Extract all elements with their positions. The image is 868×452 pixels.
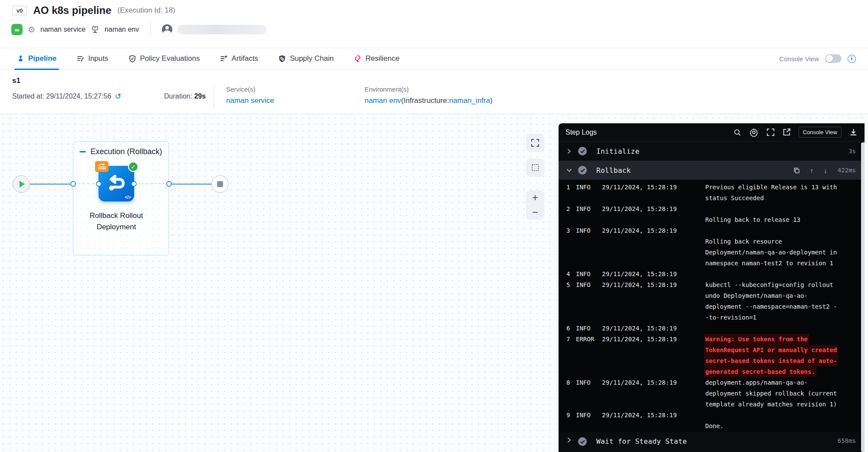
log-message-line: secret-based tokens instead of auto- [705, 356, 865, 366]
log-level: INFO [576, 204, 599, 225]
group-label: Execution (Rollback) [90, 147, 162, 156]
log-section-rollback[interactable]: Rollback ↑ ↓ 422ms [559, 161, 865, 180]
services-label: Service(s) [226, 86, 274, 93]
started-at-text: Started at: 29/11/2024, 15:27:56 [12, 92, 111, 100]
log-entry: 9INFO29/11/2024, 15:28:19Done. [566, 410, 865, 432]
tab-policy-evaluations[interactable]: Policy Evaluations [128, 48, 200, 69]
log-line-number: 9 [566, 410, 573, 432]
step-success-icon [578, 437, 587, 446]
execution-history-icon[interactable]: ↺ [115, 92, 121, 100]
chevron-down-icon[interactable] [566, 168, 572, 172]
chevron-right-icon[interactable] [566, 437, 572, 443]
tab-artifacts[interactable]: Artifacts [220, 48, 258, 69]
log-level: INFO [576, 269, 599, 280]
environment-name[interactable]: naman env [105, 26, 139, 33]
log-message: kubectl --kubeconfig=config rolloutundo … [705, 280, 865, 323]
app-root: v0 AO k8s pipeline (Execution Id: 18) ∞ … [0, 0, 868, 452]
expand-fullscreen-icon[interactable] [766, 128, 775, 136]
stage-divider [214, 85, 214, 109]
log-timestamp: 29/11/2024, 15:28:19 [602, 182, 703, 204]
log-scrollbar[interactable] [861, 142, 865, 452]
console-view-toggle[interactable] [825, 54, 842, 63]
log-timestamp: 29/11/2024, 15:28:19 [602, 280, 703, 323]
settings-gear-icon[interactable] [749, 128, 759, 137]
log-timestamp: 29/11/2024, 15:28:19 [602, 204, 703, 225]
supply-chain-shield-icon [278, 55, 286, 63]
log-message-line: Previous eligible Release is 13 with [705, 182, 865, 193]
marquee-select-icon [531, 163, 539, 172]
tab-supply-chain-label: Supply Chain [290, 54, 334, 63]
stage-name: s1 [12, 76, 20, 85]
scroll-down-icon[interactable]: ↓ [824, 167, 827, 174]
log-message-line: Rolling back resource [705, 236, 865, 247]
zoom-out-icon[interactable]: − [532, 207, 538, 218]
step-node-label[interactable]: Rollback Rollout Deployment [82, 210, 151, 233]
rollout-badge-icon [95, 161, 108, 172]
log-line-number: 3 [566, 225, 573, 269]
service-link[interactable]: naman service [226, 96, 274, 105]
fit-to-screen-button[interactable] [526, 134, 544, 152]
environment-value: naman env(Infrastructure:naman_infra) [365, 96, 493, 105]
section-name: Wait for Steady State [596, 437, 687, 445]
gear-icon: ⚙ [28, 26, 35, 34]
log-entry: 1INFO29/11/2024, 15:28:19Previous eligib… [566, 182, 865, 204]
log-message-line: status Succeeded [705, 193, 865, 204]
log-section-initialize[interactable]: Initialize 3s [559, 142, 865, 161]
search-icon[interactable] [733, 129, 741, 136]
zoom-in-icon[interactable]: + [532, 192, 538, 203]
execution-header: v0 AO k8s pipeline (Execution Id: 18) ∞ … [0, 0, 868, 48]
collapse-minus-icon[interactable] [79, 151, 86, 152]
infrastructure-link[interactable]: naman_infra [449, 96, 490, 105]
infrastructure-prefix: (Infrastructure: [401, 96, 449, 105]
tab-bar-right: Console View i [779, 54, 856, 63]
log-entry: 4INFO29/11/2024, 15:28:19 [566, 269, 865, 280]
pipeline-icon [17, 55, 24, 63]
code-glyph: </> [125, 195, 131, 200]
copy-icon[interactable] [793, 167, 800, 174]
log-level: INFO [576, 410, 599, 432]
pipeline-start-node[interactable] [13, 175, 30, 193]
tab-inputs[interactable]: Inputs [76, 48, 108, 69]
environment-link[interactable]: naman env [365, 96, 401, 105]
scroll-up-icon[interactable]: ↑ [810, 167, 814, 174]
rollback-step-node[interactable]: </> ✓ [99, 166, 134, 201]
tab-pipeline[interactable]: Pipeline [17, 48, 56, 69]
tab-resilience[interactable]: Resilience [354, 48, 399, 69]
pipeline-end-node[interactable] [211, 175, 229, 193]
log-message-line: TokenRequest API or manually created [705, 345, 865, 356]
marquee-select-button[interactable] [526, 158, 544, 177]
log-message-line [705, 225, 865, 236]
execution-id: (Execution Id: 18) [118, 6, 175, 15]
log-output[interactable]: 1INFO29/11/2024, 15:28:19Previous eligib… [559, 180, 865, 432]
log-message-line: undo Deployment/naman-qa-ao- [705, 290, 865, 301]
log-section-wait-for-steady-state[interactable]: Wait for Steady State 658ms [559, 432, 865, 452]
log-line-number: 2 [566, 204, 573, 225]
artifacts-icon [220, 55, 227, 63]
open-in-new-icon[interactable] [783, 128, 791, 136]
zoom-control: + − [526, 190, 544, 220]
log-message: deployment.apps/naman-qa-ao-deployment s… [705, 377, 865, 410]
stop-icon [217, 181, 223, 187]
play-icon [20, 181, 25, 188]
log-entry: 3INFO29/11/2024, 15:28:19Rolling back re… [566, 225, 865, 269]
tab-policy-evaluations-label: Policy Evaluations [140, 54, 200, 63]
download-logs-icon[interactable] [849, 128, 858, 136]
environment-suffix: ) [490, 96, 493, 105]
service-name[interactable]: naman service [40, 26, 85, 33]
log-message-line [705, 204, 865, 214]
log-message-line: Deployment/naman-qa-ao-deployment in [705, 247, 865, 258]
chevron-right-icon[interactable] [566, 148, 572, 154]
log-message-line: generated secret-based tokens. [705, 366, 865, 377]
log-message-line: -to-revision=1 [705, 312, 865, 323]
log-message-line: deployment --namespace=naman-test2 - [705, 301, 865, 312]
tab-supply-chain[interactable]: Supply Chain [278, 48, 334, 69]
log-message [705, 323, 865, 334]
info-icon[interactable]: i [848, 55, 856, 63]
log-level: INFO [576, 323, 599, 334]
console-view-button[interactable]: Console View [799, 127, 842, 138]
log-message-line [705, 410, 865, 421]
section-name: Rollback [596, 166, 631, 175]
tab-bar: Pipeline Inputs Policy Evaluations [0, 48, 868, 69]
log-timestamp: 29/11/2024, 15:28:19 [602, 334, 703, 377]
resilience-chaos-icon [354, 55, 362, 63]
